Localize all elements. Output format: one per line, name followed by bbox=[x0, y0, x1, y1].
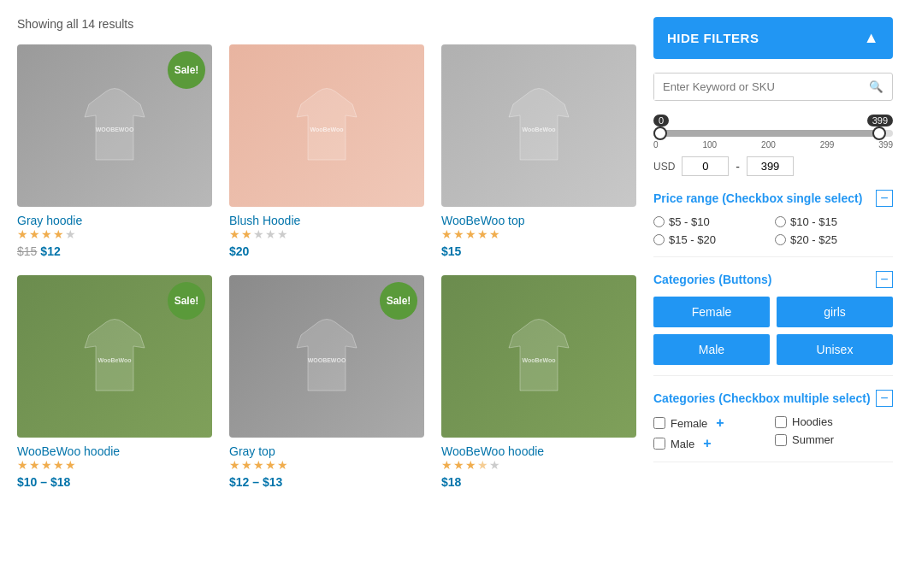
checkbox-label: Male bbox=[671, 438, 694, 450]
categories-checkbox-collapse-button[interactable]: − bbox=[876, 390, 893, 407]
checkbox-label: Summer bbox=[792, 433, 834, 446]
product-name[interactable]: Blush Hoodie bbox=[229, 214, 300, 227]
price-range-option[interactable]: $5 - $10 bbox=[653, 215, 771, 228]
slider-tick: 0 bbox=[653, 140, 659, 150]
product-stars: ★★★★★ bbox=[17, 227, 212, 241]
star-icon: ★ bbox=[229, 227, 240, 241]
keyword-search-container: 🔍 bbox=[653, 73, 893, 101]
product-info: WooBeWoo top★★★★★$15 bbox=[441, 207, 636, 258]
page-wrapper: Showing all 14 results Sale! WOOBEWOOGra… bbox=[0, 0, 910, 506]
checkbox-row: Female+ bbox=[653, 415, 771, 431]
price-old: $15 bbox=[17, 244, 37, 258]
price-slider-section: 0 399 0100200299399 USD - bbox=[653, 115, 893, 176]
category-checkbox[interactable] bbox=[775, 416, 787, 428]
price-range-option[interactable]: $10 - $15 bbox=[775, 215, 893, 228]
product-name[interactable]: Gray top bbox=[229, 444, 275, 458]
price-range-separator: - bbox=[736, 160, 740, 173]
star-icon: ★ bbox=[241, 227, 252, 241]
price-range-option[interactable]: $15 - $20 bbox=[653, 233, 771, 246]
slider-tick: 399 bbox=[878, 140, 893, 150]
star-icon: ★ bbox=[489, 227, 500, 241]
slider-thumb-left[interactable] bbox=[653, 126, 667, 140]
product-price: $15$12 bbox=[17, 244, 212, 258]
product-card[interactable]: Sale! WooBeWooWooBeWoo hoodie★★★★★$10 – … bbox=[17, 275, 212, 489]
price-range-radio[interactable] bbox=[775, 216, 786, 227]
checkbox-label: Female bbox=[671, 417, 707, 430]
product-card[interactable]: WooBeWooWooBeWoo hoodie★★★★★$18 bbox=[441, 275, 636, 489]
product-price: $15 bbox=[441, 244, 636, 258]
star-icon: ★ bbox=[277, 458, 288, 472]
star-icon: ★ bbox=[229, 458, 240, 472]
star-icon: ★ bbox=[465, 458, 476, 472]
star-icon: ★ bbox=[277, 227, 288, 241]
svg-text:WooBeWoo: WooBeWoo bbox=[522, 357, 555, 363]
star-icon: ★ bbox=[29, 458, 40, 472]
product-card[interactable]: Sale! WOOBEWOOGray hoodie★★★★★$15$12 bbox=[17, 44, 212, 258]
star-icon: ★ bbox=[441, 458, 452, 472]
keyword-input[interactable] bbox=[654, 74, 860, 100]
checkbox-label: Hoodies bbox=[792, 415, 833, 428]
product-info: WooBeWoo hoodie★★★★★$10 – $18 bbox=[17, 438, 212, 489]
category-button[interactable]: Male bbox=[653, 334, 770, 365]
slider-ticks: 0100200299399 bbox=[653, 140, 893, 150]
product-image: WooBeWoo bbox=[229, 44, 424, 207]
price-range-option[interactable]: $20 - $25 bbox=[775, 233, 893, 246]
product-name[interactable]: Gray hoodie bbox=[17, 214, 82, 227]
search-icon: 🔍 bbox=[869, 80, 883, 93]
hide-filters-button[interactable]: HIDE FILTERS ▲ bbox=[653, 17, 893, 59]
price-current: $12 bbox=[40, 244, 60, 258]
price-range-option-label: $15 - $20 bbox=[669, 233, 716, 246]
category-checkbox[interactable] bbox=[653, 438, 665, 450]
slider-track[interactable] bbox=[653, 130, 893, 137]
price-range-radio[interactable] bbox=[653, 234, 665, 245]
product-image: WooBeWoo bbox=[441, 44, 636, 207]
price-current: $15 bbox=[441, 244, 461, 258]
price-range: $12 – $13 bbox=[229, 475, 282, 489]
product-stars: ★★★★★ bbox=[229, 458, 424, 472]
price-range-option-label: $10 - $15 bbox=[790, 215, 837, 228]
keyword-search-button[interactable]: 🔍 bbox=[860, 74, 892, 100]
categories-buttons-collapse-button[interactable]: − bbox=[876, 271, 893, 288]
categories-checkbox-title: Categories (Checkbox multiple select) bbox=[653, 391, 871, 405]
product-stars: ★★★★★ bbox=[229, 227, 424, 241]
slider-labels: 0 399 bbox=[653, 115, 893, 126]
star-icon: ★ bbox=[453, 227, 464, 241]
product-info: Gray top★★★★★$12 – $13 bbox=[229, 438, 424, 489]
checkbox-row: Summer bbox=[775, 433, 893, 446]
product-image: Sale! WOOBEWOO bbox=[17, 44, 212, 207]
star-icon: ★ bbox=[477, 227, 488, 241]
price-range-radio[interactable] bbox=[775, 234, 786, 245]
product-name[interactable]: WooBeWoo hoodie bbox=[441, 444, 544, 458]
category-button[interactable]: Unisex bbox=[777, 334, 893, 365]
star-icon: ★ bbox=[489, 458, 500, 472]
product-info: Blush Hoodie★★★★★$20 bbox=[229, 207, 424, 258]
product-card[interactable]: WooBeWooBlush Hoodie★★★★★$20 bbox=[229, 44, 424, 258]
product-name[interactable]: WooBeWoo top bbox=[441, 214, 525, 227]
sale-badge: Sale! bbox=[168, 51, 205, 89]
checkbox-row: Male+ bbox=[653, 436, 771, 451]
category-button[interactable]: Female bbox=[653, 297, 770, 327]
product-card[interactable]: WooBeWooWooBeWoo top★★★★★$15 bbox=[441, 44, 636, 258]
slider-tick: 100 bbox=[702, 140, 717, 150]
slider-thumb-right[interactable] bbox=[872, 126, 886, 140]
product-stars: ★★★★★ bbox=[441, 227, 636, 241]
price-current: $18 bbox=[441, 475, 461, 489]
price-range-radio[interactable] bbox=[653, 216, 665, 227]
checkbox-pair: Female+Male+HoodiesSummer bbox=[653, 415, 893, 451]
categories-checkbox-section: Categories (Checkbox multiple select) − … bbox=[653, 390, 893, 462]
category-button[interactable]: girls bbox=[777, 297, 893, 327]
price-range-option-label: $5 - $10 bbox=[669, 215, 710, 228]
product-info: Gray hoodie★★★★★$15$12 bbox=[17, 207, 212, 258]
price-current: $20 bbox=[229, 244, 249, 258]
category-checkbox[interactable] bbox=[775, 434, 787, 446]
price-range-header: Price range (Checkbox single select) − bbox=[653, 190, 893, 207]
category-checkbox[interactable] bbox=[653, 417, 665, 429]
price-max-input[interactable] bbox=[747, 156, 794, 176]
product-image: WooBeWoo bbox=[441, 275, 636, 438]
star-icon: ★ bbox=[17, 227, 28, 241]
product-name[interactable]: WooBeWoo hoodie bbox=[17, 444, 120, 458]
price-range-collapse-button[interactable]: − bbox=[876, 190, 893, 207]
price-min-input[interactable] bbox=[682, 156, 729, 176]
product-card[interactable]: Sale! WOOBEWOOGray top★★★★★$12 – $13 bbox=[229, 275, 424, 489]
checkbox-row: Hoodies bbox=[775, 415, 893, 428]
